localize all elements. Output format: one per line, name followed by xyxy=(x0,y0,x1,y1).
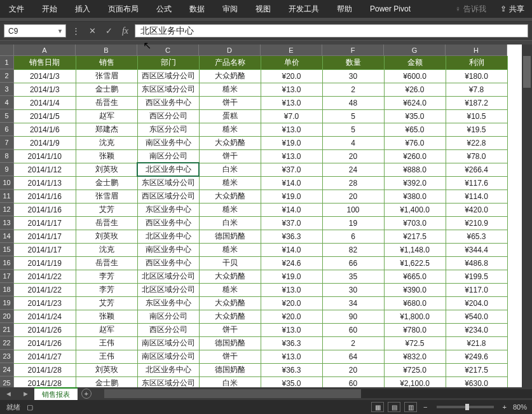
macro-record-icon[interactable]: ▢ xyxy=(27,403,33,411)
cell[interactable]: 金士鹏 xyxy=(76,176,137,190)
cell[interactable]: ¥13.0 xyxy=(261,149,322,163)
cell[interactable]: 张颖 xyxy=(76,149,137,163)
row-headers[interactable]: 1234567891011121314151617181920212223242… xyxy=(0,56,14,387)
cell[interactable]: 2014/1/26 xyxy=(14,323,76,336)
cell[interactable]: 2014/1/28 xyxy=(14,363,76,376)
cell[interactable]: ¥19.0 xyxy=(261,270,322,283)
col-header-D[interactable]: D xyxy=(199,45,261,56)
cell[interactable]: 南区分公司 xyxy=(137,149,199,163)
cell[interactable]: ¥780.0 xyxy=(384,323,446,336)
cancel-icon[interactable]: ✕ xyxy=(84,22,100,40)
column-headers[interactable]: ABCDEFGH xyxy=(14,45,507,56)
row-header-22[interactable]: 22 xyxy=(0,336,14,350)
cell[interactable]: 2014/1/22 xyxy=(14,270,76,283)
cell[interactable]: 大众奶酪 xyxy=(199,296,261,310)
cell[interactable]: ¥35.0 xyxy=(384,109,446,123)
cell[interactable]: 2014/1/13 xyxy=(14,176,76,190)
cell[interactable]: 2014/1/27 xyxy=(14,350,76,363)
cell[interactable]: ¥14.0 xyxy=(261,176,322,190)
cell[interactable]: 48 xyxy=(322,96,384,109)
cell[interactable]: 糙米 xyxy=(199,176,261,190)
col-header-E[interactable]: E xyxy=(261,45,322,56)
cell[interactable]: ¥65.3 xyxy=(446,230,507,243)
cell[interactable]: 19 xyxy=(322,216,384,230)
cell[interactable]: 艾芳 xyxy=(76,296,137,310)
cell[interactable]: ¥13.0 xyxy=(261,83,322,96)
cell[interactable]: ¥204.0 xyxy=(446,296,507,310)
cell[interactable]: 糙米 xyxy=(199,203,261,216)
vertical-scrollbar[interactable] xyxy=(522,45,532,387)
cell[interactable]: 35 xyxy=(322,270,384,283)
cell[interactable]: ¥600.0 xyxy=(384,69,446,83)
cell[interactable]: ¥22.8 xyxy=(446,136,507,149)
cell[interactable]: 西区业务中心 xyxy=(137,216,199,230)
cell[interactable]: 岳晋生 xyxy=(76,216,137,230)
cell[interactable]: 饼干 xyxy=(199,149,261,163)
cell[interactable]: 82 xyxy=(322,243,384,256)
cell[interactable]: ¥14.0 xyxy=(261,243,322,256)
cell[interactable]: 24 xyxy=(322,163,384,176)
view-normal-button[interactable]: ▦ xyxy=(371,402,384,412)
row-header-14[interactable]: 14 xyxy=(0,230,14,243)
tab-home[interactable]: 开始 xyxy=(33,0,66,18)
cell[interactable]: ¥24.6 xyxy=(261,256,322,270)
cell[interactable]: ¥36.3 xyxy=(261,336,322,350)
cell[interactable]: 赵军 xyxy=(76,109,137,123)
cell[interactable]: 德国奶酪 xyxy=(199,336,261,350)
cell[interactable]: 张雪眉 xyxy=(76,69,137,83)
cell[interactable]: 66 xyxy=(322,256,384,270)
cell[interactable]: 2014/1/17 xyxy=(14,243,76,256)
tab-pagelayout[interactable]: 页面布局 xyxy=(99,0,147,18)
row-header-19[interactable]: 19 xyxy=(0,296,14,310)
cell[interactable]: ¥20.0 xyxy=(261,310,322,323)
cell[interactable]: ¥19.0 xyxy=(261,136,322,149)
cell[interactable]: 北区业务中心 xyxy=(137,230,199,243)
row-header-13[interactable]: 13 xyxy=(0,216,14,230)
cell[interactable]: 王伟 xyxy=(76,336,137,350)
cell[interactable]: 2014/1/22 xyxy=(14,283,76,296)
cell[interactable]: ¥114.0 xyxy=(446,190,507,203)
name-box[interactable]: C9 ▼ xyxy=(4,24,66,38)
cell[interactable]: 2014/1/23 xyxy=(14,296,76,310)
cell[interactable]: 德国奶酪 xyxy=(199,230,261,243)
cell[interactable]: 南区区域分公司 xyxy=(137,336,199,350)
cell[interactable]: ¥725.0 xyxy=(384,363,446,376)
cell[interactable]: 刘英玫 xyxy=(76,230,137,243)
cell[interactable]: ¥19.0 xyxy=(261,190,322,203)
cell[interactable]: 6 xyxy=(322,230,384,243)
cell[interactable]: 刘英玫 xyxy=(76,163,137,176)
row-header-2[interactable]: 2 xyxy=(0,69,14,83)
cell[interactable]: 白米 xyxy=(199,216,261,230)
cell[interactable]: 赵军 xyxy=(76,323,137,336)
tab-nav-next[interactable]: ► xyxy=(17,390,34,397)
cell[interactable]: ¥37.0 xyxy=(261,163,322,176)
row-header-17[interactable]: 17 xyxy=(0,270,14,283)
cell[interactable]: 2014/1/17 xyxy=(14,230,76,243)
cell[interactable]: 金士鹏 xyxy=(76,376,137,387)
cell[interactable]: 2014/1/3 xyxy=(14,83,76,96)
row-header-8[interactable]: 8 xyxy=(0,149,14,163)
tab-help[interactable]: 帮助 xyxy=(328,0,361,18)
cell[interactable]: 60 xyxy=(322,376,384,387)
cell[interactable]: ¥13.0 xyxy=(261,350,322,363)
cell[interactable]: 刘英玫 xyxy=(76,363,137,376)
cell[interactable]: ¥2,100.0 xyxy=(384,376,446,387)
tab-formulas[interactable]: 公式 xyxy=(147,0,181,18)
cell[interactable]: 30 xyxy=(322,69,384,83)
cell[interactable]: 2014/1/9 xyxy=(14,136,76,149)
cell[interactable]: 60 xyxy=(322,323,384,336)
cell[interactable]: ¥420.0 xyxy=(446,203,507,216)
cell[interactable]: ¥486.8 xyxy=(446,256,507,270)
cell[interactable]: ¥1,622.5 xyxy=(384,256,446,270)
view-pagelayout-button[interactable]: ▤ xyxy=(388,402,400,412)
cell[interactable]: 饼干 xyxy=(199,96,261,109)
cell[interactable]: ¥249.6 xyxy=(446,350,507,363)
row-header-15[interactable]: 15 xyxy=(0,243,14,256)
header-cell[interactable]: 销售 xyxy=(76,56,137,69)
header-cell[interactable]: 单价 xyxy=(261,56,322,69)
zoom-slider[interactable] xyxy=(437,406,494,408)
cell[interactable]: 2014/1/5 xyxy=(14,109,76,123)
cell[interactable]: 5 xyxy=(322,123,384,136)
cell[interactable]: 2 xyxy=(322,336,384,350)
cell[interactable]: ¥703.0 xyxy=(384,216,446,230)
